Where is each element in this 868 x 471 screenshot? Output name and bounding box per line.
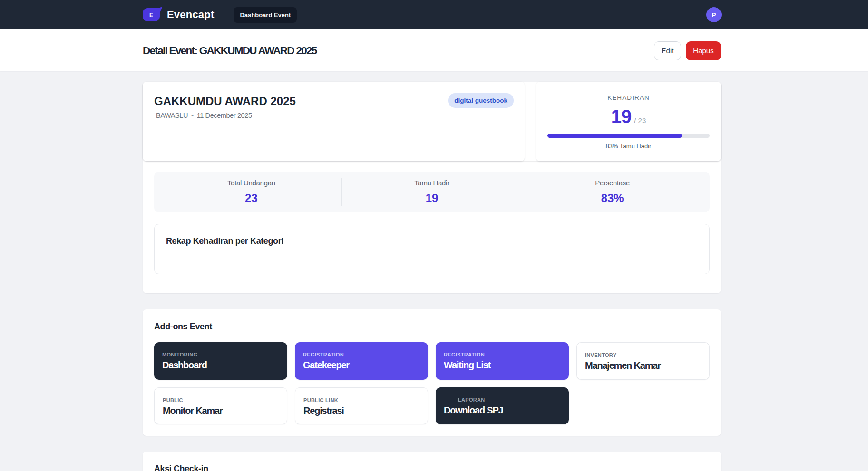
- svg-text:E: E: [149, 12, 153, 19]
